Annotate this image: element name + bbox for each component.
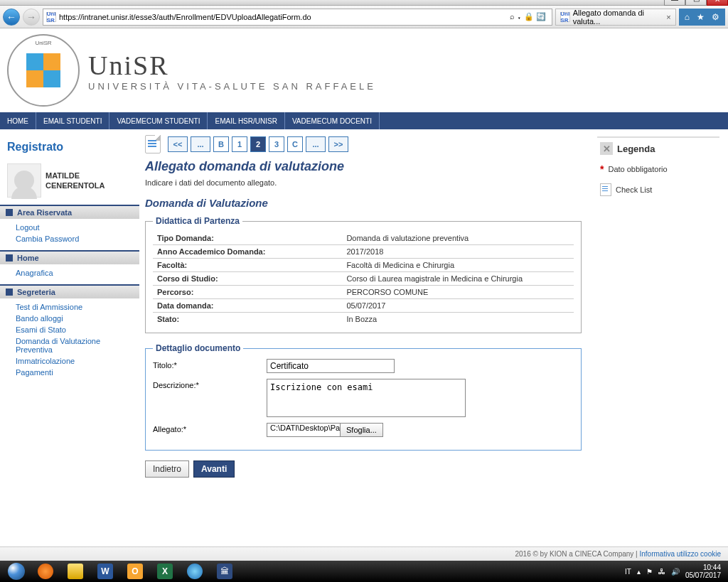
didattica-legend: Didattica di Partenza <box>153 216 242 226</box>
brand-subtitle: UNIVERSITÀ VITA-SALUTE SAN RAFFAELE <box>88 81 376 92</box>
step-dots-before[interactable]: ... <box>191 136 210 152</box>
nav-vademecum-studenti[interactable]: VADEMECUM STUDENTI <box>109 112 208 129</box>
top-nav: HOME EMAIL STUDENTI VADEMECUM STUDENTI E… <box>0 112 728 129</box>
window-titlebar: — ▭ ✕ <box>0 0 728 6</box>
didattica-fieldset: Didattica di Partenza Tipo Domanda:Doman… <box>145 216 582 333</box>
legend-title: Legenda <box>617 144 655 154</box>
stepper-doc-icon <box>145 135 161 153</box>
sidebar-registered-label: Registrato <box>0 136 139 161</box>
tray-network-icon[interactable]: 🖧 <box>658 568 665 576</box>
tools-icon[interactable]: ⚙ <box>712 12 719 22</box>
allegato-path: C:\DATI\Desktop\Paola T <box>267 423 341 437</box>
favorites-icon[interactable]: ★ <box>697 12 705 22</box>
sidebar-link-anagrafica[interactable]: Anagrafica <box>16 267 134 279</box>
minimize-button[interactable]: — <box>664 0 685 6</box>
nav-home[interactable]: HOME <box>0 112 36 129</box>
brand-title: UniSR <box>88 50 376 81</box>
tray-up-icon[interactable]: ▴ <box>637 568 641 576</box>
browser-tab[interactable]: UniSR Allegato domanda di valuta... × <box>555 9 676 26</box>
table-row: Stato:In Bozza <box>153 313 574 326</box>
mandatory-star-icon: * <box>600 163 604 175</box>
titolo-input[interactable] <box>267 359 395 373</box>
user-lastname: CENERENTOLA <box>46 180 105 190</box>
sidebar-link-logout[interactable]: Logout <box>16 222 134 233</box>
step-2[interactable]: 2 <box>250 136 266 152</box>
sidebar-link-domanda-valutazione[interactable]: Domanda di Valutazione Preventiva <box>16 335 134 355</box>
sidebar-link-cambia-password[interactable]: Cambia Password <box>16 233 134 244</box>
sidebar: Registrato MATILDE CENERENTOLA Area Rise… <box>0 129 139 492</box>
avanti-button[interactable]: Avanti <box>193 460 235 478</box>
step-B[interactable]: B <box>213 136 229 152</box>
table-row: Facoltà:Facoltà di Medicina e Chirurgia <box>153 259 574 272</box>
tray-lang[interactable]: IT <box>625 568 631 576</box>
taskbar-outlook-icon[interactable]: O <box>121 561 149 581</box>
url-input[interactable] <box>59 13 504 21</box>
table-row: Data domanda:05/07/2017 <box>153 299 574 313</box>
taskbar: W O X 🏛 IT ▴ ⚑ 🖧 🔊 10:44 05/07/2017 <box>0 561 728 582</box>
tray-flag-icon[interactable]: ⚑ <box>646 568 653 576</box>
tray-time[interactable]: 10:44 <box>685 564 721 571</box>
forward-button[interactable]: → <box>23 9 40 26</box>
table-row: Anno Accademico Domanda:2017/2018 <box>153 245 574 259</box>
step-3[interactable]: 3 <box>269 136 284 152</box>
step-C[interactable]: C <box>287 136 303 152</box>
step-1[interactable]: 1 <box>232 136 247 152</box>
sidebar-section-area-riservata: Area Riservata <box>0 205 139 219</box>
sidebar-link-bando-alloggi[interactable]: Bando alloggi <box>16 313 134 324</box>
sidebar-section-home: Home <box>0 250 139 264</box>
taskbar-firefox-icon[interactable] <box>31 561 60 581</box>
nav-email-studenti[interactable]: EMAIL STUDENTI <box>36 112 109 129</box>
system-tray[interactable]: IT ▴ ⚑ 🖧 🔊 10:44 05/07/2017 <box>625 564 725 579</box>
taskbar-excel-icon[interactable]: X <box>151 561 179 581</box>
step-last[interactable]: >> <box>328 136 348 152</box>
didattica-table: Tipo Domanda:Domanda di valutazione prev… <box>153 232 574 325</box>
tab-title: Allegato domanda di valuta... <box>573 9 664 26</box>
taskbar-word-icon[interactable]: W <box>91 561 119 581</box>
table-row: Corso di Studio:Corso di Laurea magistra… <box>153 272 574 286</box>
table-row: Percorso:PERCORSO COMUNE <box>153 286 574 299</box>
nav-vademecum-docenti[interactable]: VADEMECUM DOCENTI <box>285 112 380 129</box>
legend-mandatory: Dato obbligatorio <box>608 165 667 173</box>
sidebar-link-pagamenti[interactable]: Pagamenti <box>16 367 134 378</box>
taskbar-explorer-icon[interactable] <box>61 561 90 581</box>
logo-ring-text: UniSR <box>35 40 51 46</box>
step-first[interactable]: << <box>168 136 188 152</box>
maximize-button[interactable]: ▭ <box>685 0 707 6</box>
nav-email-hsr[interactable]: EMAIL HSR/UNISR <box>208 112 284 129</box>
taskbar-ie-icon[interactable] <box>181 561 209 581</box>
home-icon[interactable]: ⌂ <box>685 12 690 22</box>
sidebar-link-test-ammissione[interactable]: Test di Ammissione <box>16 301 134 313</box>
taskbar-app-icon[interactable]: 🏛 <box>210 561 239 581</box>
dettaglio-fieldset: Dettaglio documento Titolo:* Descrizione… <box>145 343 582 451</box>
start-button[interactable] <box>3 561 30 582</box>
step-dots-after[interactable]: ... <box>306 136 326 152</box>
footer-copyright: 2016 © by KION a CINECA Company <box>515 550 633 558</box>
descrizione-label: Descrizione:* <box>153 379 259 389</box>
page-title: Allegato domanda di valutazione <box>145 159 582 174</box>
allegato-label: Allegato:* <box>153 423 259 433</box>
main-content: << ... B 1 2 3 C ... >> Allegato domanda… <box>139 129 594 492</box>
legend-panel: ✕ Legenda * Dato obbligatorio Check List <box>594 129 722 492</box>
sfoglia-button[interactable]: Sfoglia... <box>341 423 383 437</box>
user-box: MATILDE CENERENTOLA <box>0 161 139 205</box>
section-title: Domanda di Valutazione <box>145 197 582 209</box>
site-favicon: UniSR <box>46 12 56 22</box>
tab-favicon: UniSR <box>560 12 570 22</box>
browser-toolbar: ← → UniSR ⌕ ▾ 🔒 🔄 UniSR Allegato domanda… <box>0 6 728 28</box>
tray-volume-icon[interactable]: 🔊 <box>671 568 680 576</box>
indietro-button[interactable]: Indietro <box>145 460 189 478</box>
descrizione-textarea[interactable] <box>267 379 466 417</box>
address-actions[interactable]: ⌕ ▾ 🔒 🔄 <box>507 12 549 21</box>
sidebar-link-esami-stato[interactable]: Esami di Stato <box>16 324 134 335</box>
address-bar[interactable]: UniSR ⌕ ▾ 🔒 🔄 <box>43 9 552 26</box>
close-button[interactable]: ✕ <box>707 0 728 6</box>
tab-close-icon[interactable]: × <box>666 13 670 21</box>
sidebar-section-segreteria: Segreteria <box>0 284 139 298</box>
footer-cookie-link[interactable]: Informativa utilizzo cookie <box>640 550 722 558</box>
footer: 2016 © by KION a CINECA Company | Inform… <box>0 546 728 561</box>
legend-close-icon[interactable]: ✕ <box>600 142 613 155</box>
back-button[interactable]: ← <box>3 9 20 26</box>
tray-date[interactable]: 05/07/2017 <box>685 571 721 579</box>
stepper: << ... B 1 2 3 C ... >> <box>145 135 582 153</box>
sidebar-link-immatricolazione[interactable]: Immatricolazione <box>16 355 134 367</box>
